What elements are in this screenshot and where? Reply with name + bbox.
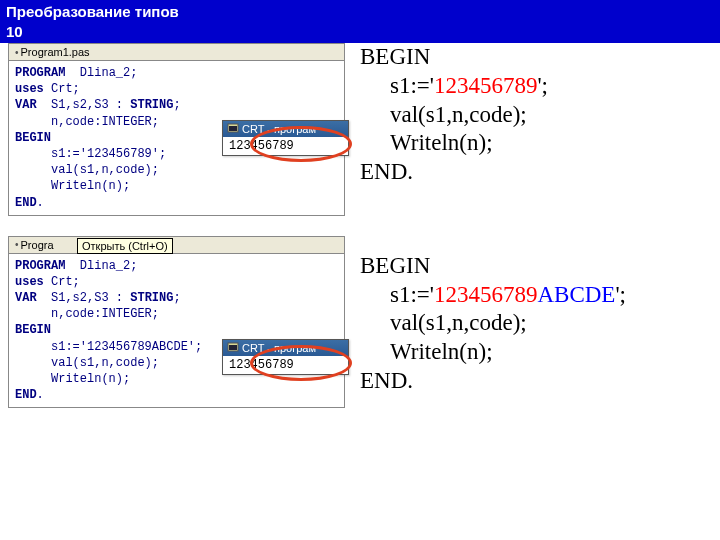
code-body-2: PROGRAM Dlina_2; uses Crt; VAR S1,s2,S3 … — [9, 254, 344, 408]
svg-rect-1 — [229, 126, 237, 131]
code-big-2: BEGIN s1:='123456789ABCDE'; val(s1,n,cod… — [360, 252, 710, 396]
crt-title-text: CRT - програм — [242, 123, 316, 135]
tab-dot-icon: • — [15, 47, 19, 58]
crt-output-value: 123456789 — [223, 356, 348, 374]
line-begin: BEGIN — [360, 252, 710, 281]
crt-output-value: 123456789 — [223, 137, 348, 155]
line-val: val(s1,n,code); — [360, 309, 710, 338]
line-writeln: Writeln(n); — [360, 338, 710, 367]
slide-header: Преобразование типов 10 — [0, 0, 720, 43]
window-icon — [227, 342, 239, 354]
header-title: Преобразование типов — [6, 3, 179, 20]
crt-title-bar: CRT - програм — [223, 121, 348, 137]
tab-name: Program1.pas — [21, 46, 90, 58]
left-column: • Program1.pas PROGRAM Dlina_2; uses Crt… — [8, 43, 348, 428]
content-area: • Program1.pas PROGRAM Dlina_2; uses Crt… — [0, 43, 720, 540]
crt-title-bar: CRT - програм — [223, 340, 348, 356]
crt-title-text: CRT - програм — [242, 342, 316, 354]
line-end: END. — [360, 158, 710, 187]
code-window-1: • Program1.pas PROGRAM Dlina_2; uses Crt… — [8, 43, 345, 216]
open-tooltip: Открыть (Ctrl+O) — [77, 238, 173, 254]
crt-output-window-1: CRT - програм 123456789 — [222, 120, 349, 156]
window-icon — [227, 123, 239, 135]
code-big-1: BEGIN s1:='123456789'; val(s1,n,code); W… — [360, 43, 710, 187]
line-s1: s1:='123456789'; — [360, 72, 710, 101]
crt-output-window-2: CRT - програм 123456789 — [222, 339, 349, 375]
line-end: END. — [360, 367, 710, 396]
tab-dot-icon: • — [15, 239, 19, 250]
line-s1: s1:='123456789ABCDE'; — [360, 281, 710, 310]
editor-tab-strip: • Program1.pas — [9, 44, 344, 61]
tab-name: Progra — [21, 239, 54, 251]
header-page: 10 — [6, 23, 23, 40]
editor-tab-strip-2: • Progra Открыть (Ctrl+O) — [9, 237, 344, 254]
svg-rect-3 — [229, 345, 237, 350]
code-window-2: • Progra Открыть (Ctrl+O) PROGRAM Dlina_… — [8, 236, 345, 409]
line-begin: BEGIN — [360, 43, 710, 72]
line-writeln: Writeln(n); — [360, 129, 710, 158]
right-column: BEGIN s1:='123456789'; val(s1,n,code); W… — [360, 43, 710, 426]
line-val: val(s1,n,code); — [360, 101, 710, 130]
